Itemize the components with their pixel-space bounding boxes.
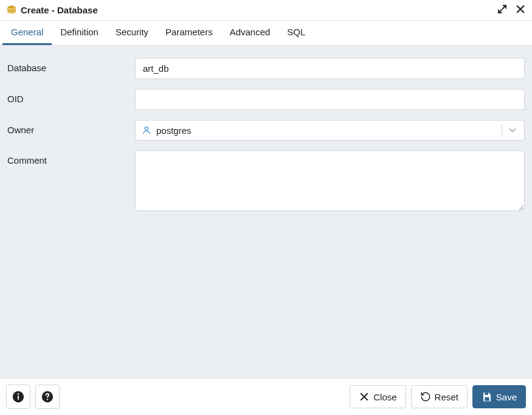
user-icon	[142, 125, 151, 135]
comment-label: Comment	[7, 150, 135, 166]
reset-button-label: Reset	[435, 392, 458, 402]
select-divider	[502, 124, 502, 136]
svg-point-6	[18, 393, 19, 394]
close-icon[interactable]	[515, 4, 526, 16]
dialog-title: Create - Database	[21, 5, 497, 15]
database-input[interactable]	[135, 58, 525, 79]
tab-sql[interactable]: SQL	[278, 21, 314, 45]
info-button[interactable]	[6, 385, 30, 409]
tabs: General Definition Security Parameters A…	[0, 21, 532, 46]
oid-input[interactable]	[135, 89, 525, 110]
tab-parameters[interactable]: Parameters	[157, 21, 221, 45]
footer: Close Reset Save	[0, 378, 532, 415]
titlebar: Create - Database	[0, 0, 532, 21]
svg-rect-5	[18, 396, 19, 399]
form-content: Database OID Owner postgres	[0, 46, 532, 378]
svg-point-3	[145, 127, 148, 130]
owner-select[interactable]: postgres	[135, 120, 525, 141]
expand-icon[interactable]	[497, 4, 508, 16]
owner-label: Owner	[7, 120, 135, 135]
svg-point-8	[47, 399, 48, 400]
reset-button[interactable]: Reset	[411, 385, 468, 408]
svg-rect-10	[485, 397, 489, 401]
close-x-icon	[359, 391, 370, 402]
svg-rect-9	[485, 392, 488, 395]
owner-value: postgres	[156, 125, 497, 136]
save-button-label: Save	[496, 392, 517, 402]
oid-label: OID	[7, 89, 135, 104]
tab-security[interactable]: Security	[107, 21, 157, 45]
save-icon	[482, 391, 492, 402]
chevron-down-icon	[507, 125, 518, 136]
reset-icon	[420, 391, 431, 402]
tab-general[interactable]: General	[2, 21, 52, 45]
close-button[interactable]: Close	[350, 385, 406, 408]
database-label: Database	[7, 58, 135, 73]
tab-definition[interactable]: Definition	[52, 21, 107, 45]
info-icon	[12, 390, 25, 403]
comment-textarea[interactable]	[135, 150, 525, 211]
help-icon	[41, 390, 54, 403]
save-button[interactable]: Save	[472, 385, 526, 408]
svg-point-2	[8, 5, 15, 9]
database-icon	[6, 5, 17, 16]
help-button[interactable]	[35, 385, 60, 409]
close-button-label: Close	[373, 392, 396, 402]
tab-advanced[interactable]: Advanced	[221, 21, 279, 45]
